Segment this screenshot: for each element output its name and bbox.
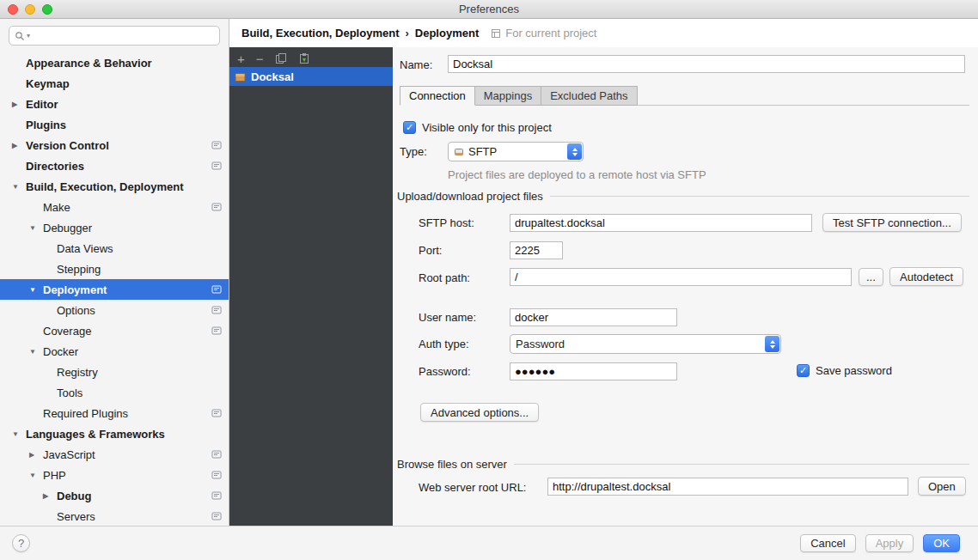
sidebar-item-languages-frameworks[interactable]: ▼ Languages & Frameworks <box>0 423 229 444</box>
sidebar-item-options[interactable]: Options <box>0 300 229 320</box>
sidebar-item-build-execution-deployment[interactable]: ▼ Build, Execution, Deployment <box>0 176 229 197</box>
settings-sidebar: ▾ Appearance & Behavior Keymap ▶ Editor … <box>0 19 229 526</box>
visible-only-label: Visible only for this project <box>422 121 552 134</box>
chevron-right-icon[interactable]: ▶ <box>43 492 48 500</box>
auth-type-select[interactable]: Password <box>510 334 781 354</box>
browse-root-path-button[interactable]: ... <box>859 268 883 286</box>
project-level-icon <box>211 511 222 521</box>
sidebar-item-appearance-behavior[interactable]: Appearance & Behavior <box>0 52 229 73</box>
paste-server-button[interactable] <box>298 52 310 64</box>
current-project-icon <box>491 28 501 39</box>
copy-server-button[interactable] <box>275 52 287 64</box>
sidebar-item-registry[interactable]: Registry <box>0 362 229 382</box>
help-button[interactable]: ? <box>12 534 30 552</box>
chevron-down-icon[interactable]: ▼ <box>29 224 36 232</box>
breadcrumb-item-build-execution-deployment[interactable]: Build, Execution, Deployment <box>241 27 399 40</box>
test-sftp-connection-button[interactable]: Test SFTP connection... <box>822 213 962 232</box>
footer-buttons: Cancel Apply OK <box>800 534 960 552</box>
sidebar-item-coverage[interactable]: Coverage <box>0 320 229 341</box>
chevron-right-icon[interactable]: ▶ <box>12 142 17 149</box>
port-input[interactable] <box>510 241 563 259</box>
scope-note-label: For current project <box>505 27 596 40</box>
sidebar-item-keymap[interactable]: Keymap <box>0 73 229 94</box>
ok-button[interactable]: OK <box>923 534 960 552</box>
chevron-down-icon[interactable]: ▼ <box>12 183 19 191</box>
project-level-icon <box>211 202 222 212</box>
chevron-right-icon[interactable]: ▶ <box>12 100 17 108</box>
sidebar-item-php[interactable]: ▼ PHP <box>0 465 229 485</box>
remove-server-button[interactable]: − <box>256 52 264 65</box>
breadcrumb-separator: › <box>405 27 408 40</box>
search-options-caret-icon[interactable]: ▾ <box>27 32 30 40</box>
sftp-host-label: SFTP host: <box>419 216 474 229</box>
server-list-item-docksal[interactable]: Docksal <box>229 67 393 86</box>
project-level-icon <box>211 490 222 501</box>
advanced-options-button[interactable]: Advanced options... <box>420 403 539 422</box>
sidebar-item-javascript[interactable]: ▶ JavaScript <box>0 444 229 465</box>
dialog-footer: ? Cancel Apply OK <box>0 526 978 560</box>
visible-only-checkbox[interactable]: ✓ <box>403 121 416 134</box>
sidebar-item-plugins[interactable]: Plugins <box>0 114 229 135</box>
password-label: Password: <box>419 365 471 378</box>
settings-search[interactable]: ▾ <box>9 26 220 46</box>
project-level-icon <box>211 326 222 336</box>
open-button[interactable]: Open <box>918 477 966 496</box>
tab-bar: Connection Mappings Excluded Paths <box>400 86 637 106</box>
root-path-label: Root path: <box>419 271 470 284</box>
port-label: Port: <box>419 244 442 257</box>
cancel-button[interactable]: Cancel <box>800 534 855 552</box>
breadcrumb: Build, Execution, Deployment › Deploymen… <box>229 19 978 47</box>
sidebar-item-stepping[interactable]: Stepping <box>0 259 229 279</box>
sidebar-item-data-views[interactable]: Data Views <box>0 238 229 259</box>
dropdown-stepper-icon <box>765 336 779 352</box>
server-toolbar: + − <box>229 47 393 67</box>
settings-search-input[interactable] <box>32 29 214 42</box>
tab-mappings[interactable]: Mappings <box>474 86 541 106</box>
type-label: Type: <box>400 145 427 158</box>
project-level-icon <box>211 161 222 171</box>
type-select[interactable]: SFTP <box>448 142 584 161</box>
sidebar-item-debugger[interactable]: ▼ Debugger <box>0 217 229 238</box>
sidebar-item-tools[interactable]: Tools <box>0 382 229 403</box>
project-level-icon <box>211 470 222 480</box>
section-divider <box>550 196 969 197</box>
server-name-label: Docksal <box>251 70 294 83</box>
project-level-icon <box>211 140 222 150</box>
sidebar-item-make[interactable]: Make <box>0 197 229 217</box>
sidebar-item-version-control[interactable]: ▶ Version Control <box>0 135 229 155</box>
tab-excluded-paths[interactable]: Excluded Paths <box>541 86 637 106</box>
chevron-down-icon[interactable]: ▼ <box>29 348 36 356</box>
autodetect-button[interactable]: Autodetect <box>889 267 963 286</box>
save-password-checkbox[interactable]: ✓ <box>797 364 810 377</box>
sidebar-item-required-plugins[interactable]: Required Plugins <box>0 403 229 423</box>
save-password-label: Save password <box>816 364 892 377</box>
settings-tree: Appearance & Behavior Keymap ▶ Editor Pl… <box>0 51 229 527</box>
save-password-row: ✓ Save password <box>797 364 892 377</box>
deployment-server-icon <box>235 71 246 82</box>
web-server-root-url-input[interactable] <box>547 478 908 496</box>
chevron-down-icon[interactable]: ▼ <box>12 430 19 438</box>
name-input[interactable] <box>448 55 965 73</box>
sidebar-item-debug[interactable]: ▶ Debug <box>0 485 229 506</box>
chevron-down-icon[interactable]: ▼ <box>29 286 36 294</box>
sftp-host-input[interactable] <box>510 214 812 232</box>
upload-section-header: Upload/download project files <box>397 190 969 203</box>
apply-button[interactable]: Apply <box>865 534 914 552</box>
tab-connection[interactable]: Connection <box>400 86 475 106</box>
chevron-down-icon[interactable]: ▼ <box>29 472 36 479</box>
user-name-input[interactable] <box>510 308 677 326</box>
deployment-form: Name: Connection Mappings Excluded Paths… <box>393 47 978 526</box>
chevron-right-icon[interactable]: ▶ <box>29 451 34 459</box>
scope-note: For current project <box>491 27 596 40</box>
add-server-button[interactable]: + <box>237 52 245 65</box>
password-input[interactable] <box>510 362 677 380</box>
root-path-input[interactable] <box>510 268 852 286</box>
sidebar-item-servers[interactable]: Servers <box>0 506 229 527</box>
dropdown-stepper-icon <box>567 143 582 160</box>
sidebar-item-docker[interactable]: ▼ Docker <box>0 341 229 362</box>
sidebar-item-editor[interactable]: ▶ Editor <box>0 94 229 114</box>
user-name-label: User name: <box>419 311 476 324</box>
sidebar-item-deployment[interactable]: ▼ Deployment <box>0 279 229 300</box>
sidebar-item-directories[interactable]: Directories <box>0 155 229 176</box>
search-icon <box>15 31 25 41</box>
